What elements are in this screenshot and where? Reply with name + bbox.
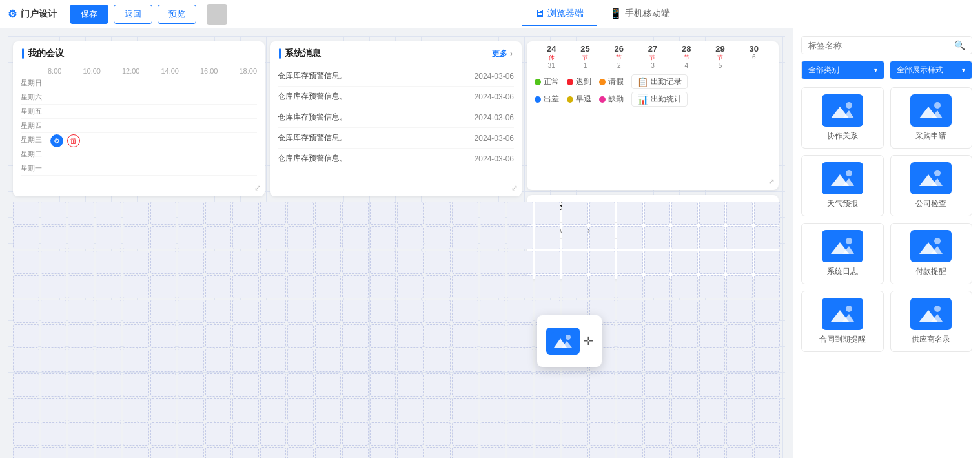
sysmsg-date-3: 2024-03-06 (475, 134, 514, 143)
legend-early: 早退 (567, 92, 591, 107)
placeholder-cell (287, 398, 314, 421)
placeholder-cell (507, 300, 533, 323)
placeholder-cell (699, 300, 726, 323)
placeholder-cell (562, 226, 588, 249)
cal-num-6: 30 (737, 44, 771, 54)
placeholder-cell (150, 300, 177, 323)
back-button[interactable]: 返回 (114, 5, 152, 24)
placeholder-cell (754, 226, 781, 249)
placeholder-cell (397, 226, 424, 249)
sysmsg-collapse-icon[interactable]: ⤢ (511, 183, 518, 193)
placeholder-cell (41, 226, 67, 249)
attendance-record-btn[interactable]: 📋 出勤记录 (631, 74, 688, 89)
placeholder-cell (480, 447, 506, 458)
placeholder-cell (150, 202, 177, 225)
day-bar-2 (48, 105, 257, 118)
widget-thumb-6[interactable]: 合同到期提醒 (801, 291, 884, 352)
widget-thumb-4[interactable]: 系统日志 (801, 223, 884, 284)
widget-label-7: 供应商名录 (912, 334, 950, 345)
widget-thumb-0[interactable]: 协作关系 (801, 87, 884, 149)
placeholder-cell (205, 202, 232, 225)
placeholder-cell (480, 398, 506, 421)
placeholder-cell (370, 275, 396, 298)
attendance-content: 24 休 31 25 节 1 26 节 2 (527, 41, 779, 109)
widget-thumb-2[interactable]: 天气预报 (801, 155, 884, 216)
placeholder-cell (644, 300, 671, 323)
day-row-5: 星期二 (21, 147, 257, 161)
placeholder-cell (287, 202, 314, 225)
stats-btn-label: 出勤统计 (651, 94, 682, 105)
placeholder-cell (644, 422, 671, 446)
placeholder-cell (699, 226, 726, 249)
placeholder-cell (370, 226, 396, 249)
widget-thumb-7[interactable]: 供应商名录 (890, 291, 973, 352)
placeholder-cell (754, 202, 781, 225)
sysmsg-more-link[interactable]: 更多 (492, 48, 507, 59)
canvas-area[interactable]: // We'll render placeholder cells via JS… (0, 28, 793, 458)
time-label-0: 8:00 (48, 67, 61, 75)
mountain-icon-drag (551, 332, 575, 350)
placeholder-cell (617, 251, 643, 274)
day-row-3: 星期四 (21, 119, 257, 133)
widget-thumb-5[interactable]: 付款提醒 (890, 223, 973, 284)
sysmsg-more-arrow: › (510, 49, 513, 58)
placeholder-cell (397, 300, 424, 323)
widget-label-5: 付款提醒 (915, 266, 946, 277)
placeholder-cell (699, 275, 726, 298)
placeholder-cell (68, 349, 94, 372)
tab-browser-label: 浏览器端 (547, 8, 584, 19)
move-icon: ✛ (584, 334, 593, 348)
meeting-widget-header: 我的会议 (13, 41, 265, 63)
save-button[interactable]: 保存 (70, 5, 108, 24)
placeholder-cell (699, 422, 726, 446)
widget-thumb-icon-3 (910, 162, 952, 194)
tab-browser[interactable]: 🖥 浏览器端 (522, 3, 597, 26)
cal-day-2: 26 节 2 (602, 44, 636, 69)
placeholder-cell (507, 251, 533, 274)
placeholder-cell (754, 422, 781, 446)
placeholder-cell (425, 324, 451, 348)
attendance-stats-btn[interactable]: 📊 出勤统计 (631, 92, 688, 107)
placeholder-cell (452, 275, 478, 298)
widget-thumb-1[interactable]: 采购申请 (890, 87, 973, 149)
placeholder-cell (205, 324, 232, 348)
tab-mobile[interactable]: 📱 手机移动端 (597, 2, 683, 26)
sysmsg-text-1: 仓库库存预警信息。 (278, 91, 347, 102)
cal-sub-1: 节 (568, 54, 602, 62)
placeholder-cell (589, 447, 616, 458)
placeholder-cell (205, 447, 232, 458)
widget-thumb-3[interactable]: 公司检查 (890, 155, 973, 216)
meeting-settings-button[interactable]: ⚙ (50, 134, 63, 147)
placeholder-cell (425, 202, 451, 225)
filter-category-btn[interactable]: 全部类别 ▾ (801, 61, 884, 79)
legend-label-normal: 正常 (544, 76, 559, 87)
filter-style-btn[interactable]: 全部展示样式 ▾ (890, 61, 973, 79)
time-label-4: 16:00 (200, 67, 218, 75)
placeholder-cell (507, 447, 533, 458)
placeholder-cell (315, 349, 342, 372)
placeholder-cell (671, 422, 698, 446)
cal-label-6: 6 (737, 54, 771, 61)
placeholder-cell (315, 373, 342, 397)
preview-button[interactable]: 预览 (158, 5, 196, 24)
meeting-delete-button[interactable]: 🗑 (67, 134, 80, 147)
day-bar-3 (48, 119, 257, 132)
cal-label-4: 4 (669, 62, 703, 69)
placeholder-cell (699, 251, 726, 274)
placeholder-cell (342, 349, 369, 372)
placeholder-cell (617, 202, 643, 225)
placeholder-cell (123, 447, 149, 458)
placeholder-cell (452, 447, 478, 458)
attendance-collapse-icon[interactable]: ⤢ (768, 177, 775, 186)
right-panel-search-input[interactable] (808, 41, 954, 50)
placeholder-cell (589, 275, 616, 298)
placeholder-area (13, 202, 780, 458)
meeting-collapse-icon[interactable]: ⤢ (254, 183, 261, 193)
avatar (207, 4, 227, 25)
placeholder-cell (260, 373, 287, 397)
placeholder-cell (507, 324, 533, 348)
cal-sub-3: 节 (636, 54, 669, 62)
placeholder-cell (178, 202, 204, 225)
placeholder-cell (480, 300, 506, 323)
placeholder-cell (754, 251, 781, 274)
